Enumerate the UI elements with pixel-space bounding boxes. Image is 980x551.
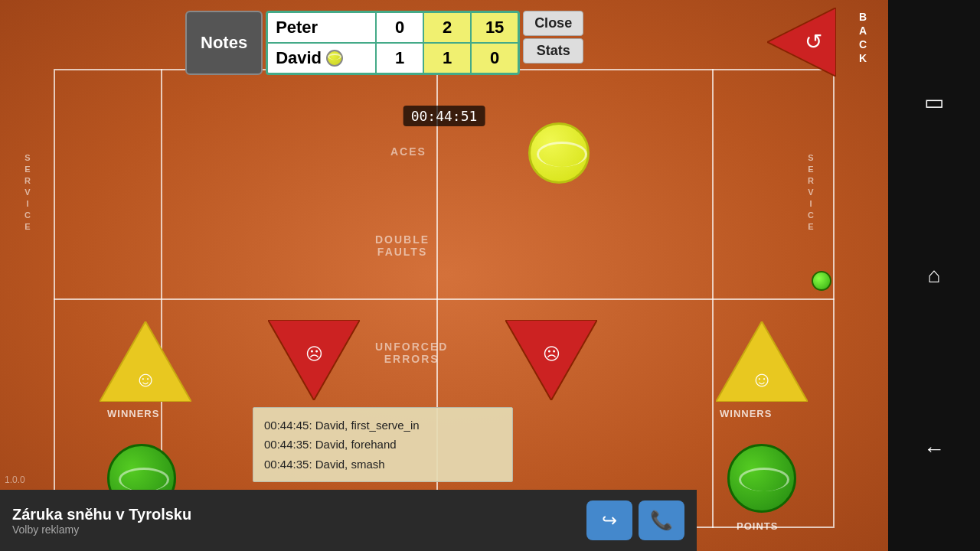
log-entry-3: 00:44:35: David, smash (264, 455, 501, 474)
svg-text:☹: ☹ (305, 344, 323, 364)
serve-indicator (326, 50, 343, 67)
service-label-left: SERVICE (23, 153, 32, 233)
version-label: 1.0.0 (5, 474, 25, 485)
svg-text:☺: ☺ (135, 367, 157, 391)
aces-label: ACES (390, 145, 426, 158)
double-faults-label: DOUBLE FAULTS (375, 233, 430, 258)
close-button[interactable]: Close (523, 11, 583, 36)
games-david[interactable]: 1 (423, 44, 470, 73)
sets-david[interactable]: 1 (375, 44, 423, 73)
winners-right-label: WINNERS (720, 408, 772, 419)
ad-share-button[interactable]: ↪ (586, 500, 632, 540)
player-name-peter: Peter (268, 13, 375, 42)
games-peter[interactable]: 2 (423, 13, 470, 42)
svg-text:↺: ↺ (805, 30, 822, 54)
log-entry-2: 00:44:35: David, forehand (264, 435, 501, 455)
winners-left-label: WINNERS (107, 408, 159, 419)
service-label-right: SERVICE (806, 153, 815, 233)
event-log: 00:44:45: David, first_serve_in 00:44:35… (253, 407, 513, 483)
stats-button[interactable]: Stats (523, 38, 583, 64)
tennis-ball-aces (528, 122, 590, 184)
court-mid-horizontal (54, 298, 835, 300)
svg-text:☺: ☺ (751, 367, 773, 391)
errors-right-button[interactable]: ☹ (505, 320, 597, 403)
points-right-button[interactable] (727, 444, 796, 513)
ad-title: Záruka sněhu v Tyrolsku (12, 506, 577, 523)
svg-marker-0 (767, 8, 836, 77)
sets-peter[interactable]: 0 (375, 13, 423, 42)
winners-right-button[interactable]: ☺ (716, 321, 808, 405)
errors-left-button[interactable]: ☹ (268, 320, 360, 403)
notes-button[interactable]: Notes (185, 11, 263, 75)
ad-call-button[interactable]: 📞 (639, 500, 684, 540)
log-entry-1: 00:44:45: David, first_serve_in (264, 416, 501, 435)
player-name-david: David (268, 44, 375, 73)
service-indicator-right (812, 271, 831, 291)
ad-subtitle: Volby reklamy (12, 523, 577, 536)
match-timer: 00:44:51 (403, 106, 485, 126)
back-button[interactable]: ↺ (767, 8, 836, 80)
score-row-peter: Peter 0 2 15 (268, 13, 518, 44)
unforced-errors-label: UNFORCED ERRORS (375, 341, 448, 365)
tennis-court: SERVICE SERVICE Notes Peter 0 2 15 David… (0, 0, 888, 551)
recent-apps-icon[interactable]: ▭ (924, 90, 944, 115)
points-david[interactable]: 0 (470, 44, 518, 73)
back-label: BACK (857, 11, 869, 66)
close-stats-group: Close Stats (523, 11, 583, 75)
svg-text:☹: ☹ (543, 344, 560, 364)
scoreboard: Notes Peter 0 2 15 David 1 1 0 (185, 11, 583, 75)
score-row-david: David 1 1 0 (268, 44, 518, 73)
home-icon[interactable]: ⌂ (928, 263, 941, 288)
points-right-label: POINTS (737, 520, 778, 532)
court-service-line-right (712, 69, 714, 528)
points-peter[interactable]: 15 (470, 13, 518, 42)
score-table: Peter 0 2 15 David 1 1 0 (266, 11, 520, 75)
winners-left-button[interactable]: ☺ (100, 321, 191, 405)
navigation-bar: ▭ ⌂ ← (888, 0, 980, 551)
back-nav-icon[interactable]: ← (923, 437, 945, 461)
ad-banner: Záruka sněhu v Tyrolsku Volby reklamy ↪ … (0, 490, 697, 551)
